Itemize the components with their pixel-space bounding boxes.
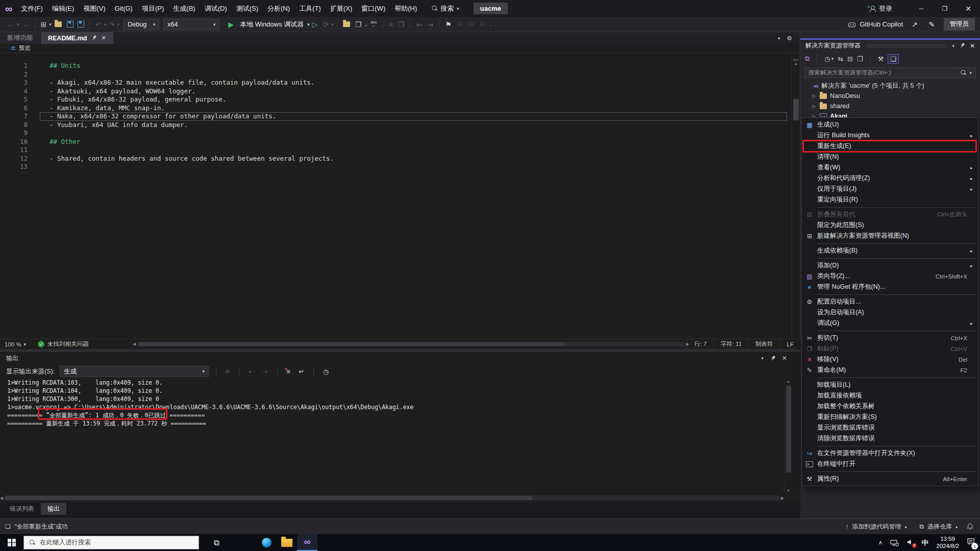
context-menu-item[interactable]: 分析和代码清理(Z)▸ (802, 173, 978, 184)
context-menu-item[interactable]: ⚙配置启动项目... (802, 296, 978, 307)
context-menu-item[interactable]: 生成依赖项(B)▸ (802, 245, 978, 256)
chevron-right-icon[interactable]: ▷ (812, 104, 817, 109)
increase-indent-icon[interactable]: ⇥ (427, 20, 433, 29)
pin-icon[interactable] (769, 355, 777, 362)
context-menu-item[interactable]: ✎重命名(M)F2 (802, 365, 978, 375)
code-line[interactable]: 12- Shared, contain headers and source c… (0, 155, 791, 163)
code-line[interactable]: 6- Kamikaze, data, MMC snap-in. (0, 104, 791, 113)
chevron-right-icon[interactable]: ▷ (812, 93, 817, 98)
clear-bookmarks-icon[interactable]: ⚐ (480, 20, 486, 29)
solution-name-chip[interactable]: uacme (474, 3, 508, 14)
window-layout-icon[interactable]: ❐ (355, 20, 362, 29)
previous-message-icon[interactable]: ⇠ (249, 368, 254, 375)
context-menu-item[interactable]: 调试(G)▸ (802, 318, 978, 329)
save-icon[interactable] (67, 21, 74, 28)
tab-error-list[interactable]: 错误列表 (3, 503, 41, 515)
notifications-bell-icon[interactable] (966, 523, 974, 531)
context-menu-item[interactable]: 查看(W)▸ (802, 162, 978, 173)
scrollbar-thumb[interactable] (786, 386, 791, 472)
context-menu-item[interactable]: 限定为此范围(S) (802, 220, 978, 231)
scrollbar-thumb[interactable] (793, 99, 799, 120)
context-menu-item[interactable]: ●管理 NuGet 程序包(N)... (802, 282, 978, 292)
code-editor[interactable]: 1## Units23- Akagi, x64/x86-32 main exec… (0, 53, 800, 339)
context-menu-item[interactable]: 显示浏览数据库错误 (802, 422, 978, 433)
task-view-button[interactable]: ⧉ (206, 534, 227, 551)
scroll-down-icon[interactable]: ▼ (785, 488, 792, 494)
line-indicator[interactable]: 行: 7 (687, 339, 713, 349)
visual-studio-taskbar-button[interactable]: ∞ (297, 534, 317, 551)
code-line[interactable]: 9 (0, 129, 791, 138)
context-menu-item[interactable]: 添加(D)▸ (802, 260, 978, 271)
tabs-indicator[interactable]: 制表符 (748, 339, 780, 349)
back-dropdown-icon[interactable]: ▾ (17, 22, 19, 27)
tab-list-dropdown-icon[interactable]: ▾ (778, 36, 780, 41)
context-menu-item[interactable]: 卸载项目(L) (802, 380, 978, 390)
context-menu-item[interactable]: 清除浏览数据库错误 (802, 433, 978, 444)
window-layout-dropdown-icon[interactable]: ⌄ (364, 22, 368, 27)
start-debugging-button[interactable]: ▶ 本地 Windows 调试器 ▾ (226, 20, 309, 29)
close-panel-icon[interactable]: ✕ (782, 355, 787, 362)
next-bookmark-icon[interactable]: ⚐ (468, 20, 475, 29)
context-menu-item[interactable]: ✕移除(V)Del (802, 354, 978, 365)
context-menu-item[interactable]: 运行 Build Insights▸ (802, 130, 978, 141)
code-line[interactable]: 13 (0, 163, 791, 171)
file-explorer-button[interactable] (277, 534, 297, 551)
context-menu-item[interactable]: ↪在文件资源管理器中打开文件夹(X) (802, 448, 978, 459)
scroll-left-icon[interactable]: ◀ (133, 342, 136, 346)
code-line[interactable]: 10## Other (0, 138, 791, 146)
toolbar-overflow-icon[interactable]: ⌄ (488, 22, 493, 27)
menu-item[interactable]: 编辑(E) (47, 0, 79, 17)
redo-icon[interactable]: ↷ (109, 20, 115, 29)
properties-wrench-icon[interactable]: ⚒ (878, 55, 884, 63)
solution-explorer-header[interactable]: 解决方案资源管理器 ▾ ✕ (800, 40, 980, 52)
window-position-dropdown-icon[interactable]: ▾ (952, 43, 954, 48)
timestamp-icon[interactable]: ◷ (323, 368, 329, 375)
solution-configuration-dropdown[interactable]: Debug ▾ (124, 19, 159, 30)
send-feedback-icon[interactable]: ✎ (929, 20, 935, 29)
taskbar-clock[interactable]: 13:59 2024/8/2 (936, 536, 959, 549)
context-menu-item[interactable]: 重定向项目(R) (802, 194, 978, 205)
new-project-dropdown-icon[interactable]: ▾ (49, 22, 52, 27)
menu-item[interactable]: 帮助(H) (390, 0, 422, 17)
solution-platform-dropdown[interactable]: x64 ▾ (163, 19, 219, 30)
eol-indicator[interactable]: LF (780, 339, 800, 349)
context-menu-item[interactable]: ✂剪切(T)Ctrl+X (802, 333, 978, 343)
previous-bookmark-icon[interactable]: ⚐ (456, 20, 463, 29)
redo-dropdown-icon[interactable]: ▾ (117, 22, 120, 27)
copy-view-icon[interactable]: ❐ (857, 55, 863, 63)
code-line[interactable]: 4- Akatsuki, x64 payload, WOW64 logger. (0, 87, 791, 96)
decrease-indent-icon[interactable]: ⇤ (416, 20, 422, 29)
sign-in-button[interactable]: + 登录 (869, 4, 892, 13)
context-menu-item[interactable]: 清理(N) (802, 152, 978, 162)
context-menu-item[interactable]: 设为启动项目(A) (802, 307, 978, 318)
menu-item[interactable]: Git(G) (110, 0, 137, 17)
save-all-icon[interactable] (78, 21, 84, 28)
preview-selected-items-icon[interactable]: ❏ (888, 54, 899, 64)
context-menu-item[interactable]: ▧类向导(Z)...Ctrl+Shift+X (802, 271, 978, 282)
sync-with-active-document-icon[interactable]: ⇆ (838, 55, 843, 63)
taskbar-search-box[interactable]: 在此键入进行搜索 (23, 536, 199, 549)
ime-indicator[interactable]: 中 (922, 538, 929, 547)
context-menu-item[interactable]: 加载整个依赖关系树 (802, 401, 978, 412)
pin-icon[interactable] (90, 34, 98, 42)
close-button[interactable]: ✕ (957, 0, 980, 17)
undo-icon[interactable]: ↶ (95, 20, 102, 29)
action-center-button[interactable]: 1 (967, 538, 975, 547)
scrollbar-thumb[interactable] (5, 496, 532, 500)
pending-changes-filter-icon[interactable]: ◷▾ (824, 55, 834, 63)
code-line[interactable]: 3- Akagi, x64/x86-32 main executable fil… (0, 79, 791, 87)
char-indicator[interactable]: 字符: 11 (714, 339, 748, 349)
code-line[interactable]: 7- Naka, x64/x86-32 compressor for other… (0, 112, 791, 121)
hot-reload-icon[interactable]: ⟳ (323, 20, 329, 29)
comment-icon[interactable]: ≡ (389, 20, 393, 29)
navigate-back-icon[interactable]: ← (7, 20, 14, 29)
tree-item[interactable]: ▷NanoDesu (800, 91, 980, 101)
menu-item[interactable]: 视图(V) (79, 0, 110, 17)
context-menu-item[interactable]: ▦生成(U) (802, 119, 978, 130)
context-menu-item[interactable]: ⊞新建解决方案资源管理器视图(N) (802, 231, 978, 241)
toggle-bookmark-icon[interactable]: ⚑ (445, 20, 452, 29)
close-tab-icon[interactable]: ✕ (101, 35, 106, 41)
restore-button[interactable]: ❐ (933, 0, 957, 17)
document-options-gear-icon[interactable]: ⚙ (787, 35, 792, 42)
code-line[interactable]: 11 (0, 146, 791, 155)
